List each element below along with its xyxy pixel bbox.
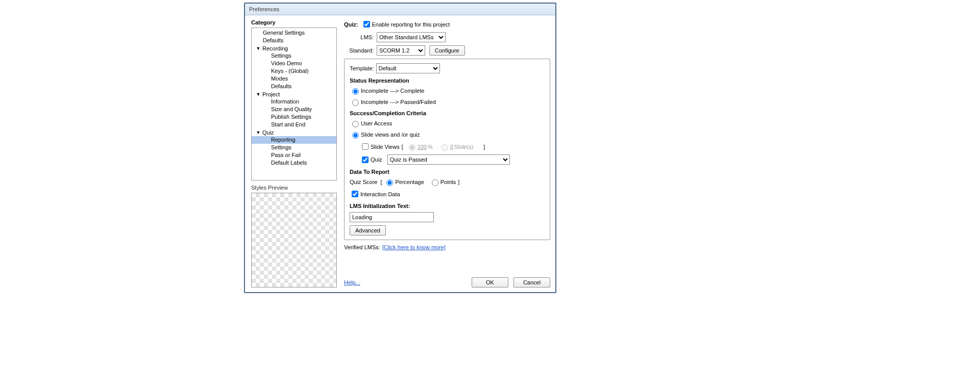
status-rep-heading: Status Representation	[350, 77, 545, 84]
quiz-checkbox[interactable]	[362, 156, 369, 163]
tree-recording-keys[interactable]: Keys - (Global)	[252, 67, 336, 75]
template-row: Template: Default	[350, 63, 545, 73]
slide-count-value: 0	[450, 144, 453, 150]
quiz-label: Quiz:	[344, 21, 358, 28]
quiz-check-label: Quiz	[371, 156, 382, 163]
tree-quiz-default-labels[interactable]: Default Labels	[252, 159, 336, 167]
verified-lms-label: Verified LMSs:	[344, 244, 380, 250]
tree-defaults[interactable]: Defaults	[252, 37, 336, 44]
tree-project-size-quality[interactable]: Size and Quality	[252, 106, 336, 113]
slide-views-label: Slide Views	[371, 144, 400, 150]
tree-project-start-end[interactable]: Start and End	[252, 121, 336, 128]
percentage-label: Percentage	[395, 179, 424, 185]
left-pane: Category General Settings Defaults ▼Reco…	[245, 15, 342, 293]
criteria-heading: Success/Completion Criteria	[350, 110, 545, 116]
quiz-condition-select[interactable]: Quiz is Passed	[387, 154, 510, 165]
chevron-down-icon: ▼	[256, 46, 261, 51]
interaction-data-row: Interaction Data	[350, 189, 545, 199]
tree-recording[interactable]: ▼Recording	[252, 44, 336, 52]
status-complete-radio[interactable]	[352, 88, 359, 95]
chevron-down-icon: ▼	[256, 130, 261, 135]
user-access-label: User Access	[361, 120, 392, 126]
lms-row: LMS: Other Standard LMSs	[344, 32, 550, 42]
quiz-enable-row: Quiz: Enable reporting for this project	[344, 19, 550, 29]
lms-label: LMS:	[344, 34, 374, 40]
dialog-footer: Help... OK Cancel	[344, 277, 550, 287]
dialog-titlebar: Preferences	[245, 4, 555, 15]
criteria-opt2-row: Slide views and /or quiz	[350, 130, 545, 139]
status-opt2-row: Incomplete ---> Passed/Failed	[350, 98, 545, 106]
enable-reporting-label: Enable reporting for this project	[372, 21, 450, 28]
quiz-score-row: Quiz Score [ Percentage Points ]	[350, 178, 545, 186]
tree-quiz-reporting[interactable]: Reporting	[252, 136, 336, 144]
interaction-data-label: Interaction Data	[360, 191, 400, 197]
slide-count-unit: Slide(s)	[454, 144, 473, 150]
percentage-radio[interactable]	[386, 179, 393, 186]
category-tree[interactable]: General Settings Defaults ▼Recording Set…	[251, 28, 337, 180]
status-passed-failed-radio[interactable]	[352, 99, 359, 106]
lms-init-input[interactable]	[350, 212, 434, 222]
lms-init-heading: LMS Initialization Text:	[350, 203, 545, 209]
settings-panel: Template: Default Status Representation …	[344, 59, 550, 240]
points-radio[interactable]	[432, 179, 438, 186]
slide-percent-unit: %	[428, 144, 433, 150]
tree-recording-settings[interactable]: Settings	[252, 52, 336, 60]
lms-init-row	[350, 212, 545, 222]
tree-recording-video-demo[interactable]: Video Demo	[252, 60, 336, 67]
standard-label: Standard:	[344, 47, 374, 54]
standard-select[interactable]: SCORM 1.2	[377, 45, 425, 56]
styles-preview-pane	[251, 193, 337, 287]
slide-views-row: Slide Views [ 100 % 0 Slide(s) ]	[360, 142, 545, 151]
data-to-report-heading: Data To Report	[350, 169, 545, 175]
tree-quiz[interactable]: ▼Quiz	[252, 128, 336, 136]
dialog-title: Preferences	[249, 6, 279, 12]
cancel-button[interactable]: Cancel	[513, 277, 550, 287]
standard-row: Standard: SCORM 1.2 Configure	[344, 45, 550, 56]
styles-preview-heading: Styles Preview	[251, 185, 337, 191]
slide-views-quiz-label: Slide views and /or quiz	[361, 132, 420, 138]
tree-project[interactable]: ▼Project	[252, 90, 336, 98]
tree-project-publish[interactable]: Publish Settings	[252, 113, 336, 121]
quiz-row: Quiz Quiz is Passed	[360, 154, 545, 165]
tree-recording-modes[interactable]: Modes	[252, 75, 336, 83]
close-bracket-2: ]	[458, 179, 459, 185]
ok-button[interactable]: OK	[472, 277, 508, 287]
user-access-radio[interactable]	[352, 121, 359, 127]
tree-quiz-pass-fail[interactable]: Pass or Fail	[252, 151, 336, 159]
advanced-button[interactable]: Advanced	[350, 225, 386, 236]
template-label: Template:	[350, 65, 374, 71]
tree-recording-defaults[interactable]: Defaults	[252, 83, 336, 90]
status-opt1-row: Incomplete ---> Complete	[350, 87, 545, 95]
status-passed-failed-label: Incomplete ---> Passed/Failed	[361, 99, 436, 105]
verified-lms-link[interactable]: [Click here to know more]	[382, 244, 446, 250]
tree-project-information[interactable]: Information	[252, 98, 336, 106]
slide-percent-radio	[409, 144, 415, 151]
enable-reporting-checkbox[interactable]	[363, 21, 370, 28]
criteria-opt1-row: User Access	[350, 119, 545, 127]
tree-quiz-settings[interactable]: Settings	[252, 144, 336, 151]
advanced-row: Advanced	[350, 225, 545, 236]
help-link[interactable]: Help...	[344, 279, 360, 285]
interaction-data-checkbox[interactable]	[352, 191, 358, 197]
category-heading: Category	[251, 19, 337, 25]
preferences-dialog: Preferences Category General Settings De…	[244, 3, 556, 293]
slide-views-checkbox[interactable]	[362, 143, 369, 150]
verified-lms-row: Verified LMSs: [Click here to know more]	[344, 244, 550, 250]
configure-button[interactable]: Configure	[429, 45, 465, 56]
chevron-down-icon: ▼	[256, 92, 261, 97]
close-bracket: ]	[483, 144, 485, 150]
slide-percent-value: 100	[418, 144, 427, 150]
points-label: Points	[440, 179, 456, 185]
right-pane: Quiz: Enable reporting for this project …	[342, 15, 555, 293]
slide-views-quiz-radio[interactable]	[352, 132, 359, 139]
open-bracket: [	[402, 144, 403, 150]
lms-select[interactable]: Other Standard LMSs	[377, 32, 446, 42]
tree-general-settings[interactable]: General Settings	[252, 29, 336, 37]
quiz-score-label: Quiz Score	[350, 179, 377, 185]
open-bracket-2: [	[380, 179, 382, 185]
status-complete-label: Incomplete ---> Complete	[361, 88, 424, 94]
slide-count-radio	[442, 144, 448, 151]
template-select[interactable]: Default	[376, 63, 440, 73]
